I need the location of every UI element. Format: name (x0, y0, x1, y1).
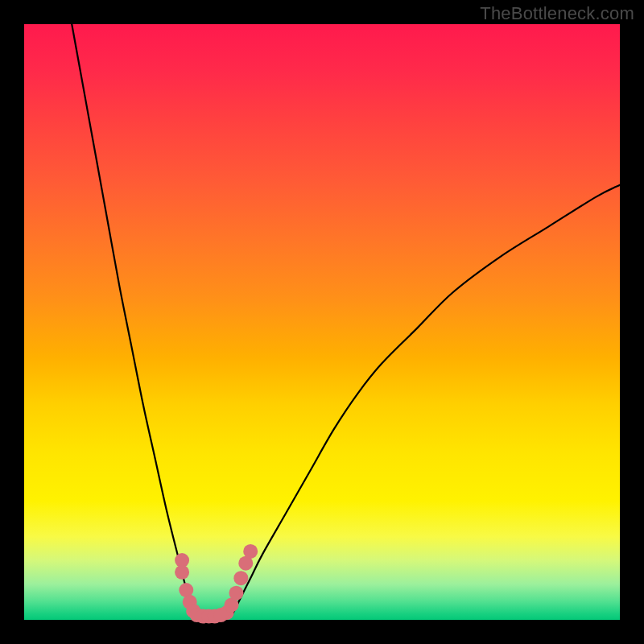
marker-dot (243, 544, 258, 559)
chart-svg (24, 24, 620, 620)
chart-curves (72, 24, 620, 614)
marker-dot (213, 608, 228, 622)
marker-dot (229, 586, 243, 601)
watermark-text: TheBottleneck.com (480, 3, 634, 24)
curve-curve-right (233, 185, 620, 614)
chart-frame (24, 24, 620, 620)
marker-dot (233, 571, 248, 585)
marker-dot (175, 565, 189, 580)
chart-markers (175, 544, 258, 624)
curve-curve-left (72, 24, 194, 614)
